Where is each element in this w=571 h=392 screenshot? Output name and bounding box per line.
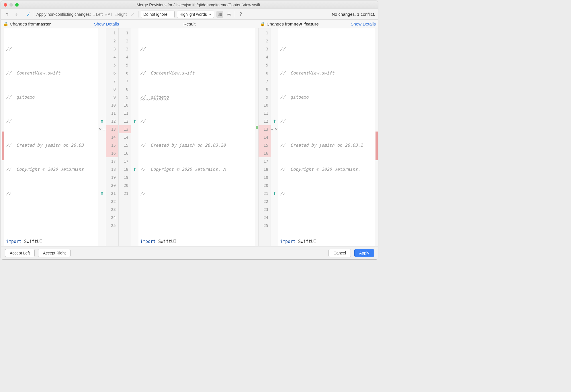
window-title: Merge Revisions for /Users/jsmith/gitdem… <box>21 3 375 7</box>
collapse-marker-icon[interactable]: ⬆ <box>100 117 104 125</box>
merge-window: Merge Revisions for /Users/jsmith/gitdem… <box>1 1 378 260</box>
accept-chunk-right[interactable]: « ✕ <box>271 125 278 133</box>
help-button[interactable]: ? <box>237 11 244 18</box>
right-editor[interactable]: // // ContentView.swift // gitdemo // //… <box>278 28 375 246</box>
right-pane: // // ContentView.swift // gitdemo // //… <box>278 28 375 246</box>
settings-button[interactable] <box>226 11 232 18</box>
titlebar: Merge Revisions for /Users/jsmith/gitdem… <box>1 1 378 9</box>
right-header: 🔒 Changes from new_feature Show Details <box>258 20 378 28</box>
center-right-gutter: 1234567891011121314151617181920212223242… <box>258 28 271 246</box>
left-merge-controls: ⬆ ✕ » ⬆ <box>98 28 106 246</box>
prev-diff-button[interactable] <box>4 11 11 18</box>
apply-left-button[interactable]: »Left <box>93 12 103 17</box>
merge-status: No changes. 1 conflict. <box>332 12 375 17</box>
left-marker-strip <box>1 28 4 246</box>
lock-icon: 🔒 <box>260 21 265 27</box>
highlight-dropdown[interactable]: Highlight words <box>177 11 214 18</box>
wand-icon[interactable] <box>129 11 136 18</box>
apply-button[interactable]: Apply <box>354 249 374 257</box>
toolbar: Apply non-conflicting changes: »Left »Al… <box>1 9 378 20</box>
separator <box>22 11 22 17</box>
left-line-gutter: 1234567891011121314151617181920212223242… <box>106 28 118 246</box>
accept-right-button[interactable]: Accept Right <box>38 249 71 257</box>
left-pane: // // ContentView.swift // gitdemo // //… <box>4 28 98 246</box>
svg-point-0 <box>133 13 134 13</box>
sync-scroll-button[interactable] <box>216 11 223 18</box>
svg-point-3 <box>228 14 230 15</box>
apply-nonconflict-label: Apply non-conflicting changes: <box>36 12 91 17</box>
svg-rect-1 <box>218 13 219 16</box>
maximize-icon[interactable] <box>15 3 19 7</box>
separator <box>138 11 138 17</box>
accept-left-button[interactable]: Accept Left <box>5 249 35 257</box>
collapse-marker-icon[interactable]: ⬆ <box>100 189 104 197</box>
show-details-right[interactable]: Show Details <box>351 21 376 26</box>
next-diff-button[interactable] <box>13 11 20 18</box>
center-left-markers: ⬆ ⬆ <box>131 28 138 246</box>
apply-all-button[interactable]: »All <box>105 12 112 17</box>
pane-headers: 🔒 Changes from master Show Details Resul… <box>1 20 378 28</box>
result-header: Result <box>121 20 258 28</box>
separator <box>34 11 34 17</box>
result-editor[interactable]: // // ContentView.swift // gitdemo // //… <box>138 28 255 246</box>
window-controls <box>4 3 19 7</box>
left-editor[interactable]: // // ContentView.swift // gitdemo // //… <box>4 28 98 246</box>
separator <box>235 11 235 17</box>
close-icon[interactable] <box>4 3 7 7</box>
footer: Accept Left Accept Right Cancel Apply <box>1 246 378 259</box>
magic-resolve-button[interactable] <box>25 11 32 18</box>
center-left-gutter: 123456789101112131415161718192021 <box>118 28 131 246</box>
left-header: 🔒 Changes from master Show Details <box>1 20 121 28</box>
center-marker-strip <box>255 28 258 246</box>
show-details-left[interactable]: Show Details <box>94 21 119 26</box>
apply-right-button[interactable]: «Right <box>114 12 126 17</box>
cancel-button[interactable]: Cancel <box>328 249 351 257</box>
minimize-icon[interactable] <box>9 3 13 7</box>
svg-rect-2 <box>220 13 222 16</box>
merge-panes: // // ContentView.swift // gitdemo // //… <box>1 28 378 246</box>
right-merge-controls: ⬆ « ✕ ⬆ <box>271 28 278 246</box>
result-pane: // // ContentView.swift // gitdemo // //… <box>138 28 255 246</box>
accept-chunk-left[interactable]: ✕ » <box>99 125 105 133</box>
lock-icon: 🔒 <box>3 21 9 27</box>
ignore-dropdown[interactable]: Do not ignore <box>141 11 175 18</box>
right-marker-strip <box>375 28 378 246</box>
